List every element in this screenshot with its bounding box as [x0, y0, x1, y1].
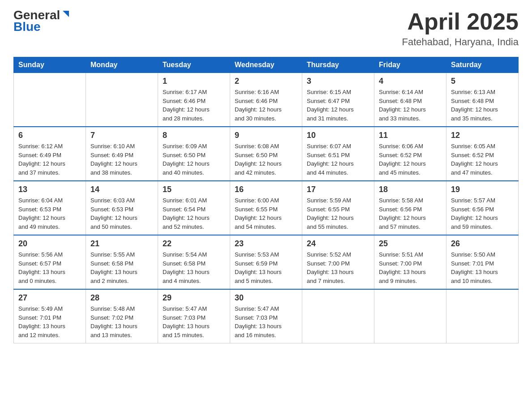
day-number: 12	[451, 131, 514, 140]
day-number: 15	[163, 185, 225, 194]
day-info: Sunrise: 6:08 AMSunset: 6:50 PMDaylight:…	[235, 142, 297, 177]
calendar-cell: 19Sunrise: 5:57 AMSunset: 6:56 PMDayligh…	[446, 181, 519, 235]
day-info: Sunrise: 5:54 AMSunset: 6:58 PMDaylight:…	[163, 250, 225, 285]
day-info: Sunrise: 5:57 AMSunset: 6:56 PMDaylight:…	[451, 196, 514, 231]
day-number: 10	[307, 131, 369, 140]
day-number: 4	[379, 77, 442, 86]
calendar-cell: 27Sunrise: 5:49 AMSunset: 7:01 PMDayligh…	[14, 289, 86, 343]
day-number: 29	[163, 293, 225, 303]
day-info: Sunrise: 6:17 AMSunset: 6:46 PMDaylight:…	[163, 88, 225, 123]
calendar-cell: 17Sunrise: 5:59 AMSunset: 6:55 PMDayligh…	[302, 181, 374, 235]
day-number: 1	[163, 77, 225, 86]
calendar-cell: 16Sunrise: 6:00 AMSunset: 6:55 PMDayligh…	[230, 181, 302, 235]
calendar-cell: 30Sunrise: 5:47 AMSunset: 7:03 PMDayligh…	[230, 289, 302, 343]
day-info: Sunrise: 6:12 AMSunset: 6:49 PMDaylight:…	[18, 142, 81, 177]
calendar-cell	[302, 289, 374, 343]
day-info: Sunrise: 5:48 AMSunset: 7:02 PMDaylight:…	[90, 304, 153, 339]
day-number: 21	[90, 239, 153, 248]
calendar-cell: 5Sunrise: 6:13 AMSunset: 6:48 PMDaylight…	[446, 73, 519, 127]
day-info: Sunrise: 5:53 AMSunset: 6:59 PMDaylight:…	[235, 250, 297, 285]
col-saturday: Saturday	[446, 57, 519, 73]
day-number: 13	[18, 185, 81, 194]
day-number: 5	[451, 77, 514, 86]
col-tuesday: Tuesday	[158, 57, 230, 73]
col-thursday: Thursday	[302, 57, 374, 73]
day-info: Sunrise: 5:51 AMSunset: 7:00 PMDaylight:…	[379, 250, 442, 285]
day-info: Sunrise: 5:52 AMSunset: 7:00 PMDaylight:…	[307, 250, 369, 285]
day-info: Sunrise: 6:09 AMSunset: 6:50 PMDaylight:…	[163, 142, 225, 177]
day-number: 20	[18, 239, 81, 248]
day-info: Sunrise: 6:07 AMSunset: 6:51 PMDaylight:…	[307, 142, 369, 177]
calendar-cell: 23Sunrise: 5:53 AMSunset: 6:59 PMDayligh…	[230, 235, 302, 289]
day-number: 11	[379, 131, 442, 140]
svg-marker-0	[63, 11, 69, 17]
calendar-cell: 14Sunrise: 6:03 AMSunset: 6:53 PMDayligh…	[86, 181, 158, 235]
logo-triangle-icon	[61, 9, 71, 19]
day-info: Sunrise: 5:58 AMSunset: 6:56 PMDaylight:…	[379, 196, 442, 231]
day-number: 9	[235, 131, 297, 140]
calendar-cell: 10Sunrise: 6:07 AMSunset: 6:51 PMDayligh…	[302, 127, 374, 181]
calendar-week-row: 1Sunrise: 6:17 AMSunset: 6:46 PMDaylight…	[14, 73, 519, 127]
day-info: Sunrise: 6:14 AMSunset: 6:48 PMDaylight:…	[379, 88, 442, 123]
calendar-cell: 13Sunrise: 6:04 AMSunset: 6:53 PMDayligh…	[14, 181, 86, 235]
calendar-cell: 2Sunrise: 6:16 AMSunset: 6:46 PMDaylight…	[230, 73, 302, 127]
day-number: 6	[18, 131, 81, 140]
col-sunday: Sunday	[14, 57, 86, 73]
calendar-cell: 9Sunrise: 6:08 AMSunset: 6:50 PMDaylight…	[230, 127, 302, 181]
page-header: General Blue April 2025 Fatehabad, Harya…	[13, 9, 519, 48]
calendar-cell: 12Sunrise: 6:05 AMSunset: 6:52 PMDayligh…	[446, 127, 519, 181]
day-number: 27	[18, 293, 81, 303]
day-info: Sunrise: 6:15 AMSunset: 6:47 PMDaylight:…	[307, 88, 369, 123]
day-info: Sunrise: 6:16 AMSunset: 6:46 PMDaylight:…	[235, 88, 297, 123]
calendar-cell: 29Sunrise: 5:47 AMSunset: 7:03 PMDayligh…	[158, 289, 230, 343]
location-title: Fatehabad, Haryana, India	[402, 36, 519, 48]
day-info: Sunrise: 5:49 AMSunset: 7:01 PMDaylight:…	[18, 304, 81, 339]
day-number: 23	[235, 239, 297, 248]
day-info: Sunrise: 5:56 AMSunset: 6:57 PMDaylight:…	[18, 250, 81, 285]
day-number: 28	[90, 293, 153, 303]
day-number: 25	[379, 239, 442, 248]
calendar-week-row: 27Sunrise: 5:49 AMSunset: 7:01 PMDayligh…	[14, 289, 519, 343]
calendar-cell: 26Sunrise: 5:50 AMSunset: 7:01 PMDayligh…	[446, 235, 519, 289]
day-number: 18	[379, 185, 442, 194]
calendar-week-row: 20Sunrise: 5:56 AMSunset: 6:57 PMDayligh…	[14, 235, 519, 289]
day-info: Sunrise: 6:06 AMSunset: 6:52 PMDaylight:…	[379, 142, 442, 177]
day-info: Sunrise: 6:13 AMSunset: 6:48 PMDaylight:…	[451, 88, 514, 123]
calendar-cell: 7Sunrise: 6:10 AMSunset: 6:49 PMDaylight…	[86, 127, 158, 181]
title-area: April 2025 Fatehabad, Haryana, India	[402, 9, 519, 48]
day-number: 19	[451, 185, 514, 194]
calendar-cell	[14, 73, 86, 127]
col-monday: Monday	[86, 57, 158, 73]
day-number: 16	[235, 185, 297, 194]
calendar-table: Sunday Monday Tuesday Wednesday Thursday…	[13, 57, 519, 343]
calendar-cell: 15Sunrise: 6:01 AMSunset: 6:54 PMDayligh…	[158, 181, 230, 235]
day-info: Sunrise: 6:10 AMSunset: 6:49 PMDaylight:…	[90, 142, 153, 177]
col-friday: Friday	[374, 57, 446, 73]
day-number: 22	[163, 239, 225, 248]
day-info: Sunrise: 5:47 AMSunset: 7:03 PMDaylight:…	[235, 304, 297, 339]
day-number: 2	[235, 77, 297, 86]
calendar-cell: 28Sunrise: 5:48 AMSunset: 7:02 PMDayligh…	[86, 289, 158, 343]
day-number: 30	[235, 293, 297, 303]
day-info: Sunrise: 5:59 AMSunset: 6:55 PMDaylight:…	[307, 196, 369, 231]
calendar-cell: 1Sunrise: 6:17 AMSunset: 6:46 PMDaylight…	[158, 73, 230, 127]
calendar-week-row: 13Sunrise: 6:04 AMSunset: 6:53 PMDayligh…	[14, 181, 519, 235]
calendar-cell: 20Sunrise: 5:56 AMSunset: 6:57 PMDayligh…	[14, 235, 86, 289]
calendar-cell: 25Sunrise: 5:51 AMSunset: 7:00 PMDayligh…	[374, 235, 446, 289]
day-number: 7	[90, 131, 153, 140]
calendar-header-row: Sunday Monday Tuesday Wednesday Thursday…	[14, 57, 519, 73]
day-info: Sunrise: 5:50 AMSunset: 7:01 PMDaylight:…	[451, 250, 514, 285]
logo: General Blue	[13, 9, 71, 34]
day-number: 8	[163, 131, 225, 140]
day-number: 3	[307, 77, 369, 86]
calendar-cell: 22Sunrise: 5:54 AMSunset: 6:58 PMDayligh…	[158, 235, 230, 289]
calendar-cell	[86, 73, 158, 127]
month-title: April 2025	[402, 9, 519, 34]
calendar-cell: 11Sunrise: 6:06 AMSunset: 6:52 PMDayligh…	[374, 127, 446, 181]
day-info: Sunrise: 6:04 AMSunset: 6:53 PMDaylight:…	[18, 196, 81, 231]
calendar-cell	[374, 289, 446, 343]
calendar-cell: 21Sunrise: 5:55 AMSunset: 6:58 PMDayligh…	[86, 235, 158, 289]
calendar-week-row: 6Sunrise: 6:12 AMSunset: 6:49 PMDaylight…	[14, 127, 519, 181]
day-number: 24	[307, 239, 369, 248]
day-number: 26	[451, 239, 514, 248]
